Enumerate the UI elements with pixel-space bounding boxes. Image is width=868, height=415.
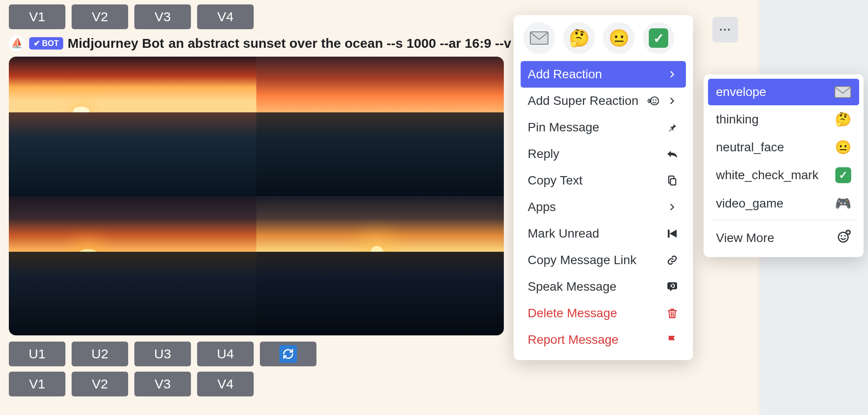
neutral-face-icon: 😐 (835, 139, 851, 155)
white-check-mark-icon: ✓ (835, 167, 851, 183)
emoji-label: video_game (716, 196, 784, 211)
menu-reply[interactable]: Reply (521, 141, 686, 167)
view-more-label: View More (716, 231, 774, 245)
bot-badge-text: BOT (42, 39, 59, 48)
v4-button[interactable]: V4 (197, 372, 254, 396)
reroll-button[interactable] (260, 342, 316, 366)
menu-label: Delete Message (528, 306, 617, 320)
chevron-right-icon (666, 71, 679, 78)
emoji-item-envelope[interactable]: envelope (708, 79, 859, 105)
svg-point-1 (651, 97, 659, 105)
more-button[interactable]: ··· (712, 17, 738, 42)
menu-label: Add Super Reaction (528, 94, 639, 108)
thinking-icon: 🤔 (835, 111, 851, 127)
menu-copy-link[interactable]: Copy Message Link (521, 247, 686, 273)
menu-mark-unread[interactable]: Mark Unread (521, 220, 686, 247)
menu-label: Reply (528, 147, 560, 161)
u2-button[interactable]: U2 (72, 342, 128, 366)
menu-label: Copy Text (528, 173, 582, 188)
svg-rect-5 (668, 230, 670, 238)
copy-icon (666, 175, 679, 186)
menu-label: Pin Message (528, 120, 599, 134)
image-grid[interactable] (9, 57, 504, 335)
menu-report[interactable]: Report Message (521, 327, 686, 353)
pin-icon (666, 122, 679, 133)
v2-button-top[interactable]: V2 (72, 4, 128, 29)
v1-button-top[interactable]: V1 (9, 4, 65, 29)
menu-label: Copy Message Link (528, 253, 636, 267)
context-menu: 🤔 😐 ✓ Add Reaction Add Super Reaction Pi… (514, 15, 693, 360)
emoji-label: white_check_mark (716, 168, 819, 182)
grid-image-1 (9, 57, 256, 196)
u1-button[interactable]: U1 (9, 342, 65, 366)
menu-label: Mark Unread (528, 227, 599, 241)
reply-icon (666, 149, 679, 159)
svg-rect-4 (670, 179, 676, 185)
svg-point-9 (841, 235, 842, 237)
emoji-label: neutral_face (716, 140, 784, 154)
bot-badge: ✔ BOT (29, 37, 63, 50)
refresh-icon (279, 345, 297, 363)
v2-button[interactable]: V2 (72, 372, 128, 396)
chevron-right-icon (666, 97, 679, 104)
menu-label: Speak Message (528, 280, 617, 294)
divider (712, 220, 856, 220)
thinking-icon: 🤔 (569, 28, 590, 48)
grid-image-3 (9, 196, 256, 335)
menu-label: Add Reaction (528, 67, 602, 81)
check-icon: ✔ (34, 38, 40, 48)
speak-icon (666, 281, 679, 292)
quick-reactions: 🤔 😐 ✓ (521, 22, 686, 54)
envelope-icon (530, 31, 548, 45)
menu-label: Apps (528, 200, 556, 214)
neutral-face-icon: 😐 (609, 28, 629, 48)
chevron-right-icon (666, 204, 679, 211)
menu-label: Report Message (528, 333, 618, 347)
svg-rect-7 (835, 86, 851, 97)
emoji-label: thinking (716, 112, 759, 127)
quick-envelope[interactable] (523, 22, 555, 54)
menu-copy-text[interactable]: Copy Text (521, 167, 686, 194)
quick-neutral[interactable]: 😐 (603, 22, 635, 54)
svg-rect-0 (530, 32, 548, 44)
quick-check[interactable]: ✓ (643, 22, 674, 54)
avatar: ⛵ (9, 35, 25, 51)
emoji-item-neutral[interactable]: neutral_face 😐 (708, 133, 859, 161)
flag-icon (666, 334, 679, 345)
link-icon (666, 255, 679, 265)
svg-point-3 (655, 100, 657, 101)
u3-button[interactable]: U3 (134, 342, 191, 366)
svg-point-2 (653, 100, 654, 101)
emoji-label: envelope (716, 85, 766, 99)
gamepad-icon: 🎮 (835, 196, 851, 211)
menu-add-super-reaction[interactable]: Add Super Reaction (521, 88, 686, 114)
emoji-item-thinking[interactable]: thinking 🤔 (708, 105, 859, 133)
emoji-item-check[interactable]: white_check_mark ✓ (708, 161, 859, 189)
super-reaction-icon (646, 96, 659, 106)
trash-icon (666, 308, 679, 319)
grid-image-2 (256, 57, 504, 196)
menu-add-reaction[interactable]: Add Reaction (521, 61, 686, 88)
v1-button[interactable]: V1 (9, 372, 65, 396)
emoji-submenu: envelope thinking 🤔 neutral_face 😐 white… (704, 74, 864, 257)
svg-point-10 (844, 235, 846, 237)
emoji-item-gamepad[interactable]: video_game 🎮 (708, 189, 859, 217)
quick-thinking[interactable]: 🤔 (563, 22, 595, 54)
v3-button-top[interactable]: V3 (134, 4, 191, 29)
add-emoji-icon (837, 229, 851, 246)
v-row: V1 V2 V3 V4 (9, 372, 720, 396)
unread-icon (666, 229, 679, 238)
menu-delete[interactable]: Delete Message (521, 300, 686, 327)
menu-pin[interactable]: Pin Message (521, 114, 686, 141)
menu-apps[interactable]: Apps (521, 194, 686, 220)
prompt-text: an abstract sunset over the ocean --s 10… (168, 36, 511, 51)
v3-button[interactable]: V3 (134, 372, 191, 396)
envelope-icon (834, 86, 851, 98)
bot-name: Midjourney Bot (68, 36, 164, 51)
menu-speak[interactable]: Speak Message (521, 273, 686, 300)
white-check-mark-icon: ✓ (649, 28, 668, 48)
grid-image-4 (256, 196, 504, 335)
emoji-view-more[interactable]: View More (708, 223, 859, 253)
u4-button[interactable]: U4 (197, 342, 254, 366)
v4-button-top[interactable]: V4 (197, 4, 254, 29)
